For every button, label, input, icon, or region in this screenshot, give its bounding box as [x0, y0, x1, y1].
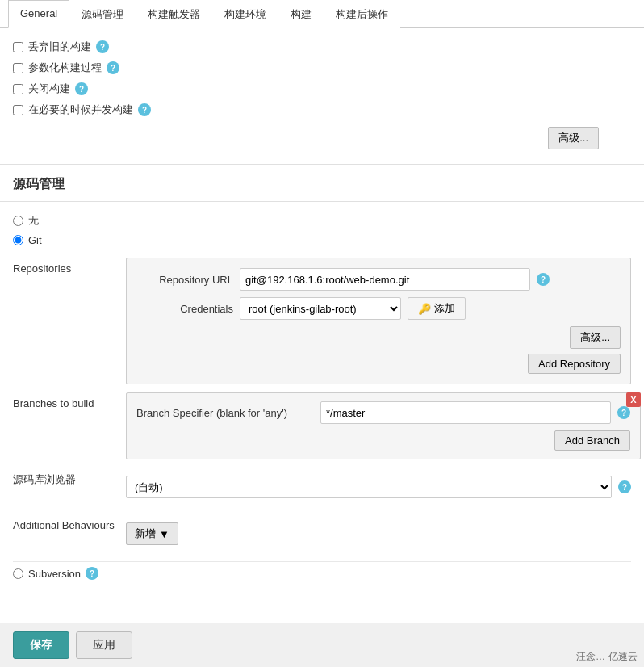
checkbox-concurrent-build-label: 在必要的时候并发构建: [28, 103, 133, 117]
add-repository-button[interactable]: Add Repository: [528, 354, 621, 374]
watermark-brand: 亿速云: [608, 650, 638, 664]
checkbox-discard-old[interactable]: [13, 42, 23, 52]
tab-build-triggers[interactable]: 构建触发器: [136, 0, 212, 28]
branch-specifier-row: Branch Specifier (blank for 'any') ?: [136, 401, 630, 424]
source-browser-body: (自动) ?: [126, 468, 631, 506]
checkbox-disable-build[interactable]: [13, 84, 23, 94]
source-browser-group: 源码库浏览器 (自动) ?: [13, 468, 631, 506]
tab-scm[interactable]: 源码管理: [69, 0, 136, 28]
remove-branch-button[interactable]: X: [626, 392, 641, 407]
tab-general[interactable]: General: [8, 0, 69, 28]
repositories-label: Repositories: [13, 258, 126, 275]
branch-specifier-label: Branch Specifier (blank for 'any'): [136, 407, 314, 419]
new-behavior-button[interactable]: 新增 ▼: [126, 522, 178, 545]
repositories-body: Repository URL ? Credentials root (jenki…: [126, 258, 631, 384]
branches-label: Branches to build: [13, 392, 126, 409]
subversion-label: Subversion: [28, 568, 81, 580]
main-content: 丢弃旧的构建 ? 参数化构建过程 ? 关闭构建 ? 在必要的时候并发构建 ? 高…: [0, 28, 644, 658]
additional-behaviors-body: 新增 ▼: [126, 514, 631, 553]
help-icon-subversion[interactable]: ?: [86, 567, 98, 580]
tab-build[interactable]: 构建: [278, 0, 324, 28]
branches-group: Branches to build X Branch Specifier (bl…: [13, 392, 631, 459]
repo-box: Repository URL ? Credentials root (jenki…: [126, 258, 631, 384]
radio-subversion[interactable]: [13, 568, 23, 579]
source-browser-row: (自动) ?: [126, 476, 631, 498]
watermark-text: 汪念…: [576, 650, 605, 664]
source-browser-select[interactable]: (自动): [126, 476, 612, 498]
add-credential-icon: 🔑: [418, 303, 431, 315]
radio-none[interactable]: [13, 216, 23, 226]
tab-build-env[interactable]: 构建环境: [212, 0, 278, 28]
credentials-label: Credentials: [136, 303, 233, 315]
dropdown-arrow-icon: ▼: [159, 528, 169, 540]
checkbox-row-3: 关闭构建 ?: [13, 78, 631, 99]
additional-behaviors-group: Additional Behaviours 新增 ▼: [13, 514, 631, 553]
add-branch-btn-row: Add Branch: [136, 430, 630, 451]
radio-git-label: Git: [28, 234, 42, 246]
add-credential-button[interactable]: 🔑 添加: [408, 297, 466, 320]
help-icon-3[interactable]: ?: [75, 82, 88, 95]
tab-post-build[interactable]: 构建后操作: [324, 0, 400, 28]
help-icon-source-browser[interactable]: ?: [618, 480, 631, 493]
tabs-bar: General 源码管理 构建触发器 构建环境 构建 构建后操作: [0, 0, 644, 28]
repo-url-row: Repository URL ?: [136, 268, 621, 291]
help-icon-4[interactable]: ?: [138, 103, 151, 116]
checkbox-parameterize-label: 参数化构建过程: [28, 61, 102, 75]
add-branch-button[interactable]: Add Branch: [554, 430, 630, 451]
help-icon-repo-url[interactable]: ?: [537, 273, 550, 286]
repositories-group: Repositories Repository URL ? Credential…: [13, 258, 631, 384]
checkbox-parameterize[interactable]: [13, 63, 23, 73]
branches-body: X Branch Specifier (blank for 'any') ? A…: [126, 392, 641, 459]
help-icon-1[interactable]: ?: [96, 40, 109, 53]
help-icon-2[interactable]: ?: [107, 61, 119, 74]
add-repo-btn-row: Add Repository: [136, 354, 621, 374]
additional-behaviors-label: Additional Behaviours: [13, 514, 126, 531]
subversion-row: Subversion ?: [13, 561, 631, 585]
advanced-button[interactable]: 高级...: [548, 127, 599, 149]
radio-git[interactable]: [13, 235, 23, 245]
watermark: 汪念… 亿速云: [570, 647, 644, 667]
bottom-bar: 保存 应用: [0, 623, 644, 667]
checkbox-concurrent-build[interactable]: [13, 105, 23, 115]
radio-none-row: 无: [13, 210, 631, 231]
checkbox-row-1: 丢弃旧的构建 ?: [13, 36, 631, 57]
credentials-select[interactable]: root (jenkins-gilab-root): [240, 297, 401, 320]
radio-git-row: Git: [13, 231, 631, 250]
repo-url-input[interactable]: [240, 268, 530, 291]
branch-specifier-input[interactable]: [320, 401, 611, 424]
checkboxes-section: 丢弃旧的构建 ? 参数化构建过程 ? 关闭构建 ? 在必要的时候并发构建 ? 高…: [0, 28, 644, 165]
help-icon-branch[interactable]: ?: [617, 406, 630, 419]
repo-url-label: Repository URL: [136, 274, 233, 286]
additional-row: 新增 ▼: [126, 522, 631, 545]
checkbox-disable-build-label: 关闭构建: [28, 82, 70, 96]
scm-section: 无 Git Repositories Repository URL ?: [0, 202, 644, 593]
advanced-btn-row: 高级...: [13, 120, 631, 156]
checkbox-row-2: 参数化构建过程 ?: [13, 57, 631, 78]
checkbox-row-4: 在必要的时候并发构建 ?: [13, 99, 631, 120]
repo-buttons-row: 高级...: [136, 326, 621, 349]
branch-box: X Branch Specifier (blank for 'any') ? A…: [126, 392, 641, 459]
advanced-repo-button[interactable]: 高级...: [570, 326, 621, 349]
save-button[interactable]: 保存: [13, 631, 69, 659]
checkbox-discard-old-label: 丢弃旧的构建: [28, 40, 91, 54]
credentials-row: Credentials root (jenkins-gilab-root) 🔑 …: [136, 297, 621, 320]
scm-title: 源码管理: [0, 165, 644, 202]
radio-none-label: 无: [28, 213, 39, 228]
source-browser-label: 源码库浏览器: [13, 468, 126, 487]
apply-button[interactable]: 应用: [76, 631, 132, 659]
